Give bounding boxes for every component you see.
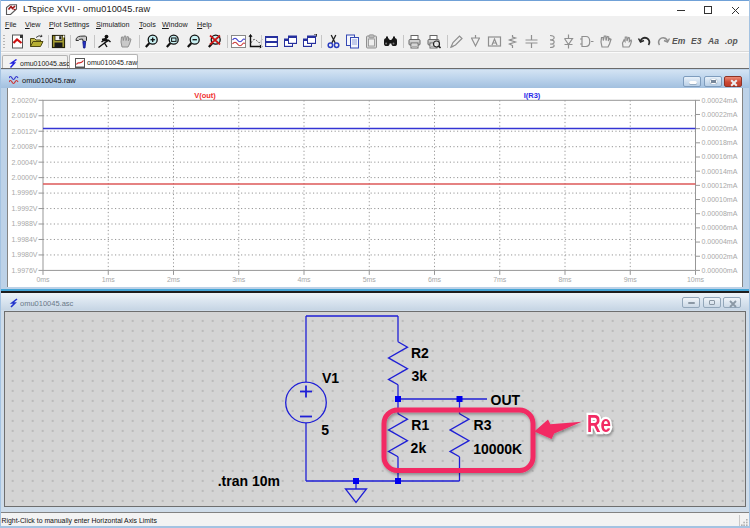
svg-text:R3: R3 — [474, 417, 492, 433]
svg-text:2ms: 2ms — [167, 276, 181, 283]
svg-text:1.9984V: 1.9984V — [11, 236, 37, 243]
svg-text:3ms: 3ms — [232, 276, 246, 283]
svg-text:2.0008V: 2.0008V — [11, 143, 37, 150]
svg-text:0.00024mA: 0.00024mA — [702, 97, 738, 104]
svg-text:0.00014mA: 0.00014mA — [702, 168, 738, 175]
svg-text:0.00010mA: 0.00010mA — [702, 196, 738, 203]
svg-text:2.0004V: 2.0004V — [11, 159, 37, 166]
svg-text:1.9976V: 1.9976V — [11, 267, 37, 274]
svg-text:0.00004mA: 0.00004mA — [702, 238, 738, 245]
svg-text:5: 5 — [321, 422, 329, 438]
svg-text:V1: V1 — [322, 370, 339, 386]
svg-text:2k: 2k — [411, 440, 427, 456]
svg-text:0.00006mA: 0.00006mA — [702, 224, 738, 231]
svg-text:0.00008mA: 0.00008mA — [702, 210, 738, 217]
svg-text:2.0020V: 2.0020V — [11, 97, 37, 104]
svg-text:10ms: 10ms — [687, 276, 705, 283]
svg-text:.tran 10m: .tran 10m — [218, 473, 280, 489]
svg-text:5ms: 5ms — [363, 276, 377, 283]
svg-text:3k: 3k — [411, 368, 427, 384]
svg-text:0.00018mA: 0.00018mA — [702, 139, 738, 146]
svg-text:2.0016V: 2.0016V — [11, 112, 37, 119]
svg-text:1.9988V: 1.9988V — [11, 220, 37, 227]
svg-text:R2: R2 — [411, 345, 429, 361]
svg-text:0.00020mA: 0.00020mA — [702, 125, 738, 132]
svg-text:OUT: OUT — [491, 392, 521, 408]
svg-text:1.9992V: 1.9992V — [11, 205, 37, 212]
svg-text:0.00000mA: 0.00000mA — [702, 267, 738, 274]
svg-text:1.9980V: 1.9980V — [11, 251, 37, 258]
svg-text:2.0012V: 2.0012V — [11, 128, 37, 135]
svg-text:6ms: 6ms — [428, 276, 442, 283]
svg-text:9ms: 9ms — [624, 276, 638, 283]
svg-text:1ms: 1ms — [102, 276, 116, 283]
svg-text:4ms: 4ms — [297, 276, 311, 283]
svg-text:1.9996V: 1.9996V — [11, 189, 37, 196]
svg-text:R1: R1 — [411, 417, 429, 433]
svg-text:I(R3): I(R3) — [524, 91, 541, 100]
svg-text:0.00012mA: 0.00012mA — [702, 182, 738, 189]
svg-text:Re: Re — [587, 410, 611, 437]
svg-text:0.00002mA: 0.00002mA — [702, 253, 738, 260]
svg-text:8ms: 8ms — [558, 276, 572, 283]
svg-text:0.00016mA: 0.00016mA — [702, 153, 738, 160]
svg-text:7ms: 7ms — [493, 276, 507, 283]
svg-text:0.00022mA: 0.00022mA — [702, 111, 738, 118]
svg-text:2.0000V: 2.0000V — [11, 174, 37, 181]
svg-text:10000K: 10000K — [473, 441, 522, 457]
svg-text:V(out): V(out) — [194, 91, 216, 100]
svg-text:0ms: 0ms — [36, 276, 50, 283]
